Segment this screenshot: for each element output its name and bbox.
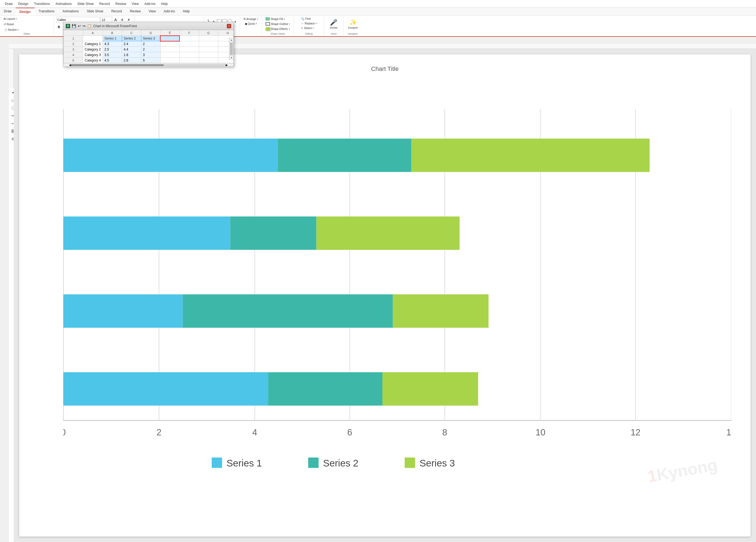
find-icon: 🔍 xyxy=(301,17,304,20)
find-btn[interactable]: 🔍 Find xyxy=(300,17,312,21)
menu-bar: Draw Design Transitions Animations Slide… xyxy=(0,0,756,8)
designer-tools: ✨ Designer xyxy=(346,17,360,32)
reset-label: Reset xyxy=(7,23,14,26)
cell-a1[interactable] xyxy=(83,36,103,37)
dictate-btn[interactable]: 🎤 Dictate xyxy=(328,17,340,31)
cell-f1[interactable] xyxy=(180,36,199,37)
menu-transitions[interactable]: Transitions xyxy=(31,1,53,6)
section-icon: 📑 xyxy=(4,28,7,31)
excel-title-text: Chart in Microsoft PowerPoint xyxy=(93,24,137,28)
col-header-e[interactable]: E xyxy=(160,30,180,36)
cell-b1[interactable]: Series 1 xyxy=(103,36,122,37)
select-icon: ↖ xyxy=(301,27,303,30)
select-arrow: ▾ xyxy=(313,27,314,29)
bold-btn[interactable]: B xyxy=(56,24,62,30)
excel-save-icon[interactable]: 💾 xyxy=(72,24,76,28)
menu-design[interactable]: Design xyxy=(15,1,31,6)
menu-slideshow[interactable]: Slide Show xyxy=(75,1,96,6)
editing-tools: 🔍 Find ↔ Replace ▾ ↖ Select ▾ xyxy=(300,17,318,32)
row-header-1: 1 xyxy=(64,36,83,37)
select-label: Select xyxy=(304,27,312,30)
voice-group: 🎤 Dictate Voice xyxy=(324,16,343,36)
microphone-icon: 🎤 xyxy=(330,19,337,26)
tab-draw[interactable]: Draw xyxy=(0,8,16,15)
tab-view[interactable]: View xyxy=(145,8,160,15)
col-header-row: A B C D E F G H I xyxy=(64,30,234,36)
shape-effects-icon xyxy=(266,27,270,31)
excel-edit-icon[interactable]: 📋 xyxy=(87,24,92,28)
row-1: 1 Series 1 Series 2 Series 3 xyxy=(64,36,234,37)
col-header-g[interactable]: G xyxy=(199,30,218,36)
cell-c1[interactable]: Series 2 xyxy=(122,36,141,37)
layout-arrow: ▾ xyxy=(16,18,17,20)
menu-view[interactable]: View xyxy=(129,1,142,6)
excel-undo-icon[interactable]: ↩ xyxy=(78,24,81,28)
designer-btn[interactable]: ✨ Designer xyxy=(346,17,360,31)
reset-button[interactable]: ↺ Reset xyxy=(2,22,15,26)
section-arrow: ▾ xyxy=(18,29,19,31)
cell-d1[interactable]: Series 3 xyxy=(141,36,160,37)
arrange-tools: ⧉ Arrange ▾ ◼ Quick ▾ xyxy=(242,17,260,35)
tab-addins[interactable]: Add-ins xyxy=(160,8,179,15)
shape-fill-label: Shape Fill xyxy=(271,18,283,21)
tab-animations[interactable]: Animations xyxy=(59,8,83,15)
col-header-f[interactable]: F xyxy=(180,30,199,36)
excel-titlebar: X 💾 ↩ ↪ 📋 Chart in Microsoft PowerPoint … xyxy=(64,22,233,30)
shape-fill-tools: Shape Fill ▾ Shape Outline ▾ Shape Effec… xyxy=(264,17,291,32)
col-header-corner xyxy=(64,30,83,36)
tab-design[interactable]: Design xyxy=(16,8,35,15)
shape-outline-icon xyxy=(266,22,270,26)
voice-tools: 🎤 Dictate xyxy=(328,17,340,32)
col-header-b[interactable]: B xyxy=(103,30,122,36)
tab-help[interactable]: Help xyxy=(179,8,194,15)
shape-effects-btn[interactable]: Shape Effects ▾ xyxy=(264,27,291,31)
dictate-label: Dictate xyxy=(330,26,338,29)
section-button[interactable]: 📑 Section ▾ xyxy=(2,28,20,32)
layout-button[interactable]: ⊞ Layout ▾ xyxy=(2,17,18,21)
replace-arrow: ▾ xyxy=(316,22,317,25)
menu-animations[interactable]: Animations xyxy=(53,1,75,6)
quick-styles-btn[interactable]: ◼ Quick ▾ xyxy=(244,22,258,26)
designer-icon: ✨ xyxy=(349,19,357,26)
find-label: Find xyxy=(305,17,310,20)
col-header-a[interactable]: A xyxy=(83,30,103,36)
shape-fill-btn[interactable]: Shape Fill ▾ xyxy=(264,17,286,21)
arrange-group: ⧉ Arrange ▾ ◼ Quick ▾ xyxy=(240,16,262,36)
col-header-c[interactable]: C xyxy=(122,30,141,36)
shape-outline-btn[interactable]: Shape Outline ▾ xyxy=(264,22,291,26)
editing-group-label: Editing xyxy=(305,32,313,35)
menu-help[interactable]: Help xyxy=(158,1,171,6)
slides-tools: ⊞ Layout ▾ ↺ Reset 📑 Section ▾ xyxy=(2,17,51,32)
col-header-h[interactable]: H xyxy=(218,30,233,36)
menu-draw[interactable]: Draw xyxy=(2,1,15,6)
menu-addins[interactable]: Add-ins xyxy=(142,1,158,6)
tab-slideshow[interactable]: Slide Show xyxy=(83,8,107,15)
ribbon-tabs: Draw Design Transitions Animations Slide… xyxy=(0,8,756,16)
excel-redo-icon[interactable]: ↪ xyxy=(82,24,85,28)
quick-styles-label: Quick xyxy=(248,22,255,25)
menu-review[interactable]: Review xyxy=(113,1,129,6)
shape-outline-label: Shape Outline xyxy=(271,23,288,26)
cell-h1[interactable] xyxy=(218,36,233,37)
excel-grid-container: A B C D E F G H I 1 Series 1 Series 2 xyxy=(64,30,233,37)
designer-group: ✨ Designer Designer xyxy=(343,16,363,36)
menu-record[interactable]: Record xyxy=(96,1,113,6)
shape-effects-arrow: ▾ xyxy=(289,28,290,30)
tab-record[interactable]: Record xyxy=(107,8,126,15)
shape-fill-group-label: Shape Styles xyxy=(271,32,285,35)
replace-btn[interactable]: ↔ Replace ▾ xyxy=(300,21,318,26)
section-label: Section xyxy=(8,28,17,31)
select-btn[interactable]: ↖ Select ▾ xyxy=(300,26,315,30)
excel-close-btn[interactable]: × xyxy=(227,24,231,28)
tab-review[interactable]: Review xyxy=(126,8,145,15)
slides-group-label: Slides xyxy=(23,32,30,35)
cell-e1[interactable] xyxy=(160,36,180,37)
arrange-btn[interactable]: ⧉ Arrange ▾ xyxy=(242,17,260,21)
cell-g1[interactable] xyxy=(199,36,218,37)
excel-title-left: X 💾 ↩ ↪ 📋 Chart in Microsoft PowerPoint xyxy=(66,24,137,28)
tab-transitions[interactable]: Transitions xyxy=(35,8,59,15)
layout-label: Layout xyxy=(7,17,15,20)
shape-fill-icon xyxy=(266,17,270,21)
col-header-d[interactable]: D xyxy=(141,30,160,36)
voice-group-label: Voice xyxy=(331,32,337,35)
